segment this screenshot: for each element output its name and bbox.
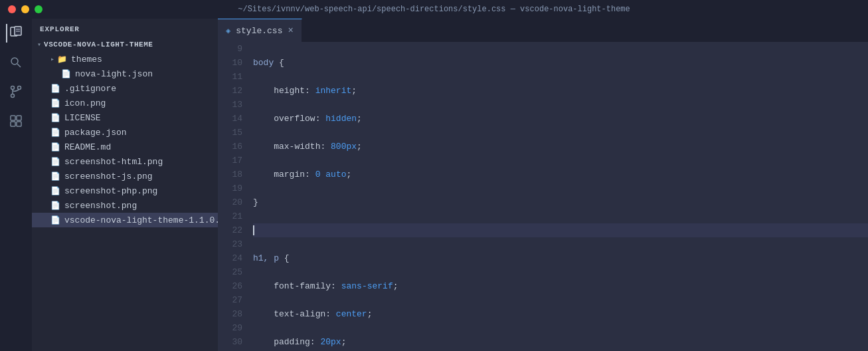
svg-point-8: [11, 94, 15, 98]
sidebar-item-vsix[interactable]: 📄 vscode-nova-light-theme-1.1.0.vsix: [32, 213, 218, 227]
code-line-9: body {: [253, 56, 868, 70]
code-line-18: text-align: center;: [253, 307, 868, 321]
svg-point-7: [18, 86, 21, 90]
screenshot-label: screenshot.png: [64, 201, 137, 211]
main-layout: EXPLORER ▾ VSCODE-NOVA-LIGHT-THEME ▸ 📁 t…: [0, 19, 868, 351]
tab-bar: ◈ style.css ×: [218, 19, 868, 42]
code-editor[interactable]: body { height: inherit; overflow: hidden…: [248, 42, 868, 351]
sidebar-item-project-root[interactable]: ▾ VSCODE-NOVA-LIGHT-THEME: [32, 37, 218, 52]
sidebar-item-gitignore[interactable]: 📄 .gitignore: [32, 81, 218, 96]
files-activity-icon[interactable]: [6, 24, 25, 43]
sidebar-item-package-json[interactable]: 📄 package.json: [32, 125, 218, 140]
vsix-label: vscode-nova-light-theme-1.1.0.vsix: [64, 215, 218, 225]
file-icon: 📄: [50, 142, 60, 152]
minimize-button[interactable]: [21, 5, 29, 13]
nova-light-json-label: nova-light.json: [75, 69, 153, 79]
sidebar-header: EXPLORER: [32, 19, 218, 37]
code-line-14: }: [253, 195, 868, 209]
code-line-11: overflow: hidden;: [253, 112, 868, 126]
license-label: LICENSE: [64, 113, 101, 123]
close-button[interactable]: [8, 5, 16, 13]
package-json-label: package.json: [64, 128, 127, 138]
sidebar-item-nova-light-json[interactable]: 📄 nova-light.json: [32, 66, 218, 81]
sidebar-item-screenshot[interactable]: 📄 screenshot.png: [32, 198, 218, 213]
tab-close-button[interactable]: ×: [288, 26, 293, 35]
sidebar-item-icon-png[interactable]: 📄 icon.png: [32, 96, 218, 110]
readme-label: README.md: [64, 142, 111, 152]
maximize-button[interactable]: [35, 5, 43, 13]
extensions-activity-icon[interactable]: [7, 112, 25, 130]
sidebar: EXPLORER ▾ VSCODE-NOVA-LIGHT-THEME ▸ 📁 t…: [32, 19, 218, 351]
source-control-activity-icon[interactable]: [7, 82, 25, 101]
screenshot-js-label: screenshot-js.png: [64, 172, 153, 181]
screenshot-html-label: screenshot-html.png: [64, 157, 163, 167]
file-icon: 📄: [50, 84, 60, 94]
file-icon: 📄: [50, 201, 60, 211]
titlebar: ~/Sites/ivnnv/web-speech-api/speech-dire…: [0, 0, 868, 19]
search-activity-icon[interactable]: [7, 53, 25, 72]
svg-line-5: [17, 64, 21, 67]
sidebar-item-themes[interactable]: ▸ 📁 themes: [32, 52, 218, 66]
code-line-16: h1, p {: [253, 251, 868, 265]
code-line-13: margin: 0 auto;: [253, 168, 868, 181]
tab-label: style.css: [236, 26, 282, 36]
file-icon: 📄: [50, 128, 60, 138]
editor-area: ◈ style.css × 9 10 11 12 13 14 15 16 17 …: [218, 19, 868, 351]
code-line-12: max-width: 800px;: [253, 140, 868, 154]
file-icon: 📄: [50, 98, 60, 108]
tab-style-css[interactable]: ◈ style.css ×: [218, 19, 302, 42]
file-icon: 📄: [50, 172, 60, 181]
code-line-15: [253, 223, 868, 237]
svg-rect-10: [11, 116, 15, 120]
chevron-down-icon: ▾: [37, 41, 41, 49]
sidebar-item-screenshot-html[interactable]: 📄 screenshot-html.png: [32, 154, 218, 169]
svg-rect-12: [11, 122, 15, 126]
file-icon: 📄: [50, 215, 60, 225]
svg-point-4: [11, 58, 18, 64]
file-icon: 📄: [50, 157, 60, 167]
code-line-19: padding: 20px;: [253, 335, 868, 349]
css-file-icon: ◈: [226, 26, 230, 36]
code-line-17: font-family: sans-serif;: [253, 279, 868, 293]
activity-bar: [0, 19, 32, 351]
screenshot-php-label: screenshot-php.png: [64, 186, 157, 196]
file-icon: 📄: [61, 69, 71, 79]
themes-label: themes: [71, 55, 102, 64]
file-icon: 📄: [50, 186, 60, 196]
window-title: ~/Sites/ivnnv/web-speech-api/speech-dire…: [238, 5, 630, 14]
sidebar-item-readme[interactable]: 📄 README.md: [32, 140, 218, 154]
project-name-label: VSCODE-NOVA-LIGHT-THEME: [44, 41, 153, 49]
sidebar-item-license[interactable]: 📄 LICENSE: [32, 110, 218, 125]
sidebar-item-screenshot-php[interactable]: 📄 screenshot-php.png: [32, 183, 218, 198]
svg-rect-11: [17, 116, 21, 120]
code-line-10: height: inherit;: [253, 84, 868, 98]
svg-point-6: [11, 86, 15, 90]
gitignore-label: .gitignore: [64, 84, 116, 94]
svg-rect-13: [17, 122, 21, 126]
line-numbers: 9 10 11 12 13 14 15 16 17 18 19 20 21 22…: [218, 42, 248, 351]
file-icon: 📄: [50, 113, 60, 123]
editor-content[interactable]: 9 10 11 12 13 14 15 16 17 18 19 20 21 22…: [218, 42, 868, 351]
sidebar-item-screenshot-js[interactable]: 📄 screenshot-js.png: [32, 169, 218, 183]
chevron-right-icon: ▸: [50, 55, 54, 63]
icon-png-label: icon.png: [64, 98, 106, 108]
traffic-lights: [8, 5, 43, 13]
folder-icon: 📁: [57, 55, 67, 64]
